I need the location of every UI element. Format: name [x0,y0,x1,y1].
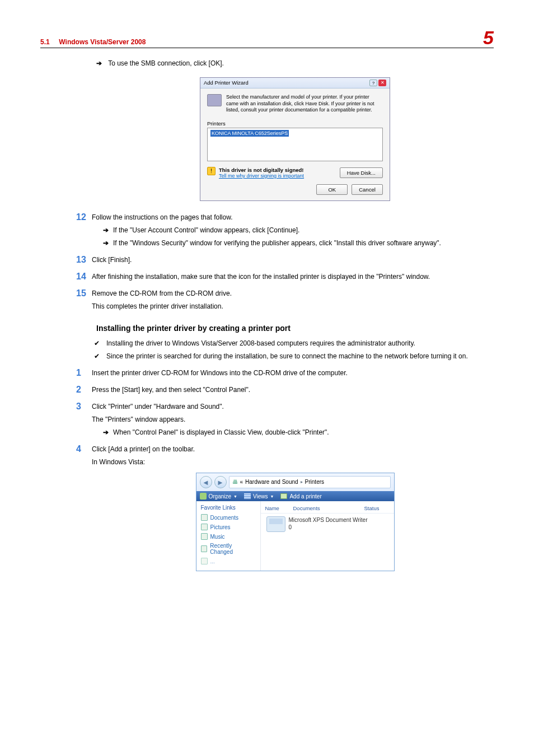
arrow-icon: ➔ [103,239,109,247]
prereq-text: Installing the driver to Windows Vista/S… [106,338,415,348]
warning-title: This driver is not digitally signed! [219,167,304,173]
location-icon: 🖶 [232,478,238,487]
step-text: Click [Finish]. [92,256,132,264]
warning-icon: ! [207,167,216,175]
explorer-sidebar: Favorite Links Documents Pictures Music … [196,501,261,571]
folder-icon [201,524,208,530]
chevron-icon: ▸ [301,478,303,487]
folder-icon [201,514,208,521]
step-number: 4 [76,444,92,467]
step-text: Insert the printer driver CD-ROM for Win… [92,369,348,377]
favorite-links-heading: Favorite Links [201,505,256,511]
intro-line: ➔ To use the SMB connection, click [OK]. [96,59,494,67]
step-12: 12 Follow the instructions on the pages … [96,212,494,248]
printers-label: Printers [207,120,383,127]
step3-sub: When "Control Panel" is displayed in Cla… [113,428,329,436]
step-number: 13 [76,255,92,265]
step-13: 13 Click [Finish]. [96,255,494,265]
add-printer-icon [280,493,287,499]
sidebar-documents[interactable]: Documents [201,514,256,521]
back-button[interactable]: ◄ [200,476,212,488]
toolbar-label: Organize [209,493,232,500]
cancel-button[interactable]: Cancel [352,184,383,195]
dialog-title: Add Printer Wizard [204,80,249,86]
sidebar-cut-item: ... [201,558,256,564]
printer-icon [207,94,222,106]
step12-sub2: If the "Windows Security" window for ver… [113,239,441,247]
explorer-toolbar: Organize ▼ Views ▼ Add a printer [196,491,394,501]
intro-text: To use the SMB connection, click [OK]. [108,59,224,67]
warning-link[interactable]: Tell me why driver signing is important [219,173,304,179]
step-text: After finishing the installation, make s… [92,273,430,281]
arrow-icon: ➔ [96,59,102,67]
step-text: Click [Add a printer] on the toolbar. [92,444,494,454]
breadcrumb-back[interactable]: « [240,478,243,487]
dialog-titlebar: Add Printer Wizard ? ✕ [200,78,390,88]
explorer-main: Name Documents Status Microsoft XPS Docu… [261,501,394,571]
column-headers[interactable]: Name Documents Status [261,503,394,514]
header-section-num: 5.1 [40,38,50,46]
printer-item[interactable]: Microsoft XPS Document Writer 0 [261,514,394,535]
have-disk-button[interactable]: Have Disk... [340,167,383,178]
printers-listbox[interactable]: KONICA MINOLTA C652SeriesPS [207,128,383,161]
check-icon: ✔ [94,338,106,348]
dropdown-icon: ▼ [270,494,274,498]
chapter-number: 5 [483,28,494,47]
step-number: 12 [76,212,92,248]
step-number: 3 [76,402,92,437]
step-text: Click "Printer" under "Hardware and Soun… [92,402,494,412]
printer-icon [266,516,285,532]
prereq-2: ✔ Since the printer is searched for duri… [96,351,494,361]
col-name[interactable]: Name [265,505,293,511]
breadcrumb-1[interactable]: Hardware and Sound [245,478,298,487]
printers-explorer-window: ◄ ► 🖶 « Hardware and Sound ▸ Printers Or… [196,473,395,571]
toolbar-add-printer[interactable]: Add a printer [280,493,321,500]
step-number: 15 [76,288,92,311]
step-3: 3 Click "Printer" under "Hardware and So… [96,402,494,437]
toolbar-label: Views [253,493,268,500]
ok-button[interactable]: OK [316,184,348,195]
toolbar-organize[interactable]: Organize ▼ [200,493,238,500]
sidebar-music[interactable]: Music [201,533,256,540]
step-text: Follow the instructions on the pages tha… [92,212,494,222]
header-title-text: Windows Vista/Server 2008 [59,38,146,46]
toolbar-label: Add a printer [289,493,321,500]
printer-list-item[interactable]: KONICA MINOLTA C652SeriesPS [210,130,289,137]
step-number: 14 [76,272,92,282]
step-para: In Windows Vista: [92,457,494,467]
col-status[interactable]: Status [364,505,390,511]
step-1: 1 Insert the printer driver CD-ROM for W… [96,368,494,378]
step-text: Remove the CD-ROM from the CD-ROM drive. [92,288,494,298]
step-para: The "Printers" window appears. [92,414,494,424]
step-4: 4 Click [Add a printer] on the toolbar. … [96,444,494,467]
check-icon: ✔ [94,351,106,361]
prereq-text: Since the printer is searched for during… [106,351,468,361]
explorer-nav: ◄ ► 🖶 « Hardware and Sound ▸ Printers [196,473,394,491]
printer-name: Microsoft XPS Document Writer [289,516,368,524]
step12-sub1: If the "User Account Control" window app… [113,226,299,234]
breadcrumb-2[interactable]: Printers [305,478,324,487]
folder-icon [201,545,208,552]
dropdown-icon: ▼ [233,494,237,498]
add-printer-wizard-dialog: Add Printer Wizard ? ✕ Select the manufa… [200,77,390,201]
toolbar-views[interactable]: Views ▼ [244,493,274,500]
step-number: 2 [76,385,92,395]
step-2: 2 Press the [Start] key, and then select… [96,385,494,395]
close-icon[interactable]: ✕ [378,80,386,86]
forward-button[interactable]: ► [214,476,227,488]
address-bar[interactable]: 🖶 « Hardware and Sound ▸ Printers [229,476,391,488]
dialog-description: Select the manufacturer and model of you… [226,94,383,114]
folder-icon [201,533,208,540]
help-icon[interactable]: ? [369,80,377,86]
step-14: 14 After finishing the installation, mak… [96,272,494,282]
subsection-heading: Installing the printer driver by creatin… [96,324,494,333]
sidebar-recently-changed[interactable]: Recently Changed [201,543,256,555]
col-documents[interactable]: Documents [293,505,364,511]
folder-icon [201,558,208,564]
printer-doc-count: 0 [289,524,368,531]
arrow-icon: ➔ [103,226,109,234]
step-para: This completes the printer driver instal… [92,301,494,311]
views-icon [244,493,251,499]
sidebar-pictures[interactable]: Pictures [201,524,256,530]
arrow-icon: ➔ [103,428,109,436]
